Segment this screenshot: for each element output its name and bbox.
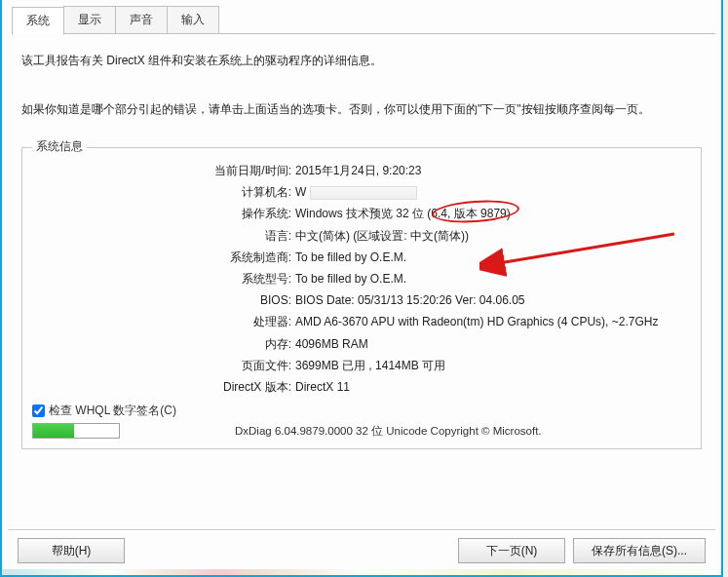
tab-sound[interactable]: 声音 <box>115 6 168 33</box>
label-cpu: 处理器: <box>32 313 295 331</box>
row-model: 系统型号: To be filled by O.E.M. <box>32 270 691 288</box>
os-text: Windows 技术预览 32 位 (6.4, 版本 9879) <box>295 207 511 220</box>
label-computer: 计算机名: <box>32 183 295 202</box>
label-dx: DirectX 版本: <box>32 378 295 397</box>
row-dx: DirectX 版本: DirectX 11 <box>32 378 691 397</box>
whql-checkbox-row: 检查 WHQL 数字签名(C) <box>32 403 691 419</box>
row-page: 页面文件: 3699MB 已用 , 1414MB 可用 <box>32 357 691 375</box>
tab-input[interactable]: 输入 <box>167 6 219 33</box>
intro-text-1: 该工具报告有关 DirectX 组件和安装在系统上的驱动程序的详细信息。 <box>21 52 702 69</box>
label-os: 操作系统: <box>32 205 295 223</box>
row-bios: BIOS: BIOS Date: 05/31/13 15:20:26 Ver: … <box>32 291 691 310</box>
content-area: 系统 显示 声音 输入 该工具报告有关 DirectX 组件和安装在系统上的驱动… <box>2 0 721 575</box>
row-mfr: 系统制造商: To be filled by O.E.M. <box>32 249 691 267</box>
tab-system[interactable]: 系统 <box>12 7 64 35</box>
row-os: 操作系统: Windows 技术预览 32 位 (6.4, 版本 9879) <box>32 205 691 223</box>
label-model: 系统型号: <box>32 270 295 288</box>
tab-strip: 系统 显示 声音 输入 <box>12 6 715 34</box>
row-computer: 计算机名: W <box>32 183 691 202</box>
value-model: To be filled by O.E.M. <box>295 270 406 288</box>
value-os: Windows 技术预览 32 位 (6.4, 版本 9879) <box>295 205 511 223</box>
label-mem: 内存: <box>32 335 295 354</box>
label-bios: BIOS: <box>32 291 295 310</box>
tab-display[interactable]: 显示 <box>63 6 116 33</box>
row-cpu: 处理器: AMD A6-3670 APU with Radeon(tm) HD … <box>32 313 691 331</box>
progress-fill <box>33 424 74 438</box>
whql-checkbox[interactable] <box>32 404 45 417</box>
computer-prefix: W <box>295 185 306 199</box>
value-page: 3699MB 已用 , 1414MB 可用 <box>295 357 445 375</box>
dxdiag-window: 系统 显示 声音 输入 该工具报告有关 DirectX 组件和安装在系统上的驱动… <box>0 0 723 577</box>
main-panel: 该工具报告有关 DirectX 组件和安装在系统上的驱动程序的详细信息。 如果你… <box>8 44 715 525</box>
row-datetime: 当前日期/时间: 2015年1月24日, 9:20:23 <box>32 162 691 180</box>
value-computer: W <box>295 183 417 202</box>
whql-label: 检查 WHQL 数字签名(C) <box>49 403 176 419</box>
redacted-block <box>310 186 417 200</box>
value-mem: 4096MB RAM <box>295 335 368 354</box>
value-mfr: To be filled by O.E.M. <box>295 249 406 267</box>
label-lang: 语言: <box>32 227 295 246</box>
intro-text-2: 如果你知道是哪个部分引起的错误，请单击上面适当的选项卡。否则，你可以使用下面的"… <box>21 100 702 118</box>
row-mem: 内存: 4096MB RAM <box>32 335 691 354</box>
label-page: 页面文件: <box>32 357 295 375</box>
value-lang: 中文(简体) (区域设置: 中文(简体)) <box>295 227 469 246</box>
taskbar-hint <box>2 569 721 575</box>
value-dx: DirectX 11 <box>295 378 350 397</box>
group-legend: 系统信息 <box>32 138 87 155</box>
button-bar: 帮助(H) 下一页(N) 保存所有信息(S)... <box>8 529 715 569</box>
footer-row: DxDiag 6.04.9879.0000 32 位 Unicode Copyr… <box>32 423 691 439</box>
label-datetime: 当前日期/时间: <box>32 162 295 180</box>
help-button[interactable]: 帮助(H) <box>18 538 125 563</box>
value-cpu: AMD A6-3670 APU with Radeon(tm) HD Graph… <box>295 313 658 331</box>
next-button[interactable]: 下一页(N) <box>458 538 565 563</box>
copyright-text: DxDiag 6.04.9879.0000 32 位 Unicode Copyr… <box>128 424 691 439</box>
progress-bar <box>32 423 120 439</box>
save-button[interactable]: 保存所有信息(S)... <box>573 538 706 563</box>
system-info-group: 系统信息 当前日期/时间: 2015年1月24日, 9:20:23 计算机名: … <box>21 147 702 449</box>
row-lang: 语言: 中文(简体) (区域设置: 中文(简体)) <box>32 227 691 246</box>
value-datetime: 2015年1月24日, 9:20:23 <box>295 162 421 180</box>
label-mfr: 系统制造商: <box>32 249 295 267</box>
value-bios: BIOS Date: 05/31/13 15:20:26 Ver: 04.06.… <box>295 291 525 310</box>
